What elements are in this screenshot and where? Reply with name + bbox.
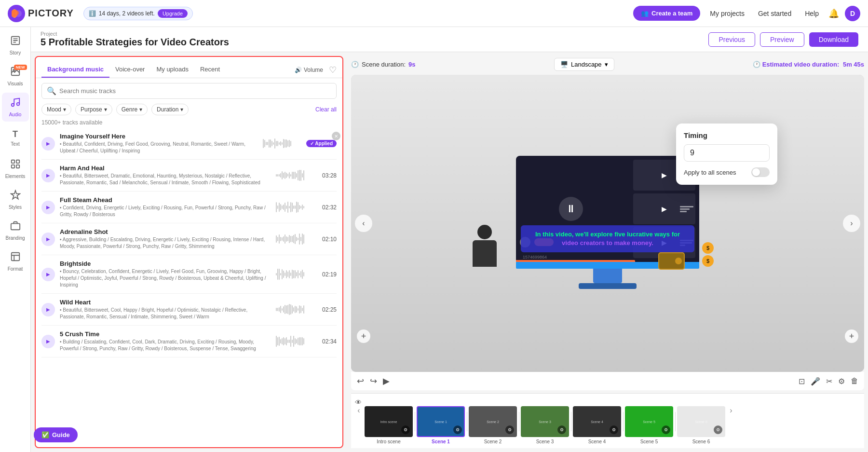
upgrade-button[interactable]: Upgrade [158,9,188,18]
track-play-button[interactable]: ▶ [41,169,55,182]
track-waveform [263,137,301,151]
track-play-button[interactable]: ▶ [41,137,55,151]
svg-point-6 [11,104,14,107]
landscape-selector[interactable]: 🖥️ Landscape ▾ [554,58,614,71]
genre-filter[interactable]: Genre ▾ [116,104,148,115]
project-header-left: Project 5 Profitable Strategies for Vide… [41,31,229,48]
duration-filter[interactable]: Duration ▾ [151,104,189,115]
guide-label: Guide [52,431,70,438]
previous-button[interactable]: Previous [708,32,755,47]
my-projects-link[interactable]: My projects [706,10,748,17]
person-silhouette [473,225,497,267]
scene-item[interactable]: Scene 2 ⚙ Scene 2 [469,406,517,444]
scene-settings-icon[interactable]: ⚙ [505,425,514,434]
format-label: Format [8,266,23,272]
apply-all-toggle[interactable] [751,167,770,177]
sidebar-item-branding[interactable]: Branding [2,216,29,245]
notification-bell-icon[interactable]: 🔔 [828,8,839,19]
tab-my-uploads[interactable]: My uploads [150,62,194,78]
eye-icon[interactable]: 👁 [355,398,362,406]
track-remove-button[interactable]: ✕ [332,132,340,140]
main-layout: Story NEW Visuals Audio T Text Elements [0,27,868,452]
get-started-link[interactable]: Get started [754,10,795,17]
next-scene-arrow[interactable]: › [843,215,860,232]
scene-item[interactable]: Scene 6 ⚙ Scene 6 [677,406,725,444]
svg-rect-13 [11,253,19,261]
sidebar-item-styles[interactable]: Styles [2,185,29,214]
preview-button[interactable]: Preview [760,32,804,47]
track-play-button[interactable]: ▶ [41,268,55,281]
scene-settings-icon[interactable]: ⚙ [401,425,410,434]
prev-scene-arrow[interactable]: ‹ [355,215,372,232]
scene-item[interactable]: Scene 4 ⚙ Scene 4 [573,406,621,444]
sidebar-item-format[interactable]: Format [2,247,29,276]
trial-badge: ℹ️ 14 days, 2 videos left. Upgrade [83,7,193,20]
tab-recent[interactable]: Recent [194,62,226,78]
scene-settings-icon[interactable]: ⚙ [557,425,566,434]
tab-voice-over[interactable]: Voice-over [109,62,150,78]
track-play-button[interactable]: ▶ [41,233,55,246]
help-link[interactable]: Help [801,10,823,17]
mood-filter[interactable]: Mood ▾ [41,104,71,115]
play-pause-icon[interactable]: ⏸ [559,197,583,221]
sidebar-item-audio[interactable]: Audio [2,93,29,122]
scene-item[interactable]: Intro scene ⚙ Intro scene [365,406,413,444]
track-waveform [276,169,314,182]
scene-thumbnail: Scene 3 ⚙ [521,406,569,437]
logo-text: PICTORY [28,8,74,19]
tab-background-music[interactable]: Background music [41,62,109,78]
sidebar-item-visuals[interactable]: NEW Visuals [2,62,29,91]
search-icon: 🔍 [47,86,56,96]
scissors-icon[interactable]: ✂ [826,377,832,386]
volume-label: Volume [304,67,323,73]
mic-icon[interactable]: 🎤 [811,377,820,386]
delete-icon[interactable]: 🗑 [851,377,858,385]
track-play-button[interactable]: ▶ [41,201,55,214]
undo-button[interactable]: ↩ [357,376,364,386]
scene-item[interactable]: Scene 5 ⚙ Scene 5 [625,406,673,444]
add-left-button[interactable]: + [357,329,370,343]
scene-item[interactable]: Scene 1 ⚙ Scene 1 [417,406,465,444]
scene-settings-icon[interactable]: ⚙ [610,425,618,434]
scene-separator [517,406,521,437]
avatar[interactable]: D [845,6,860,21]
favorites-heart-icon[interactable]: ♡ [329,65,337,75]
scenes-next-arrow[interactable]: › [725,406,737,426]
settings-gear-icon[interactable]: ⚙ [838,377,845,386]
timing-input[interactable] [684,144,770,162]
download-button[interactable]: Download [809,32,858,47]
sidebar-item-text[interactable]: T Text [2,123,29,152]
sidebar-item-elements[interactable]: Elements [2,154,29,183]
volume-button[interactable]: 🔊 Volume [291,65,327,75]
clear-all-button[interactable]: Clear all [315,106,337,113]
mini-play-2[interactable]: ▶ [662,205,667,213]
purpose-filter[interactable]: Purpose ▾ [75,104,112,115]
guide-button[interactable]: ✅ Guide [34,427,78,442]
svg-rect-11 [16,165,19,168]
redo-button[interactable]: ↪ [370,376,377,386]
track-play-button[interactable]: ▶ [41,303,55,316]
scene-item[interactable]: Scene 3 ⚙ Scene 3 [521,406,569,444]
scene-settings-icon[interactable]: ⚙ [714,425,722,434]
scene-duration-value[interactable]: 9s [408,61,415,68]
body-split: Background music Voice-over My uploads R… [31,52,868,452]
create-team-button[interactable]: 👥 Create a team [633,6,700,21]
sidebar-item-story[interactable]: Story [2,31,29,60]
scene-thumbnail: Scene 2 ⚙ [469,406,517,437]
scenes-prev-arrow[interactable]: ‹ [353,406,365,426]
search-input[interactable] [59,87,331,95]
coins: $ $ [702,242,714,267]
scene-settings-icon[interactable]: ⚙ [662,425,670,434]
visuals-label: Visuals [7,81,23,86]
track-info: Harm And Heal • Beautiful, Bittersweet, … [60,164,271,186]
scene-settings-icon[interactable]: ⚙ [453,425,462,434]
monitor-base [579,283,637,289]
track-name: Harm And Heal [60,164,271,172]
track-tags: • Aggressive, Building / Escalating, Dri… [60,236,271,250]
track-name: Adrenaline Shot [60,228,271,235]
play-button[interactable]: ▶ [383,376,390,386]
mini-play-1[interactable]: ▶ [662,171,667,179]
add-right-button[interactable]: + [845,329,858,343]
caption-icon[interactable]: ⊡ [799,377,805,386]
track-play-button[interactable]: ▶ [41,335,55,348]
